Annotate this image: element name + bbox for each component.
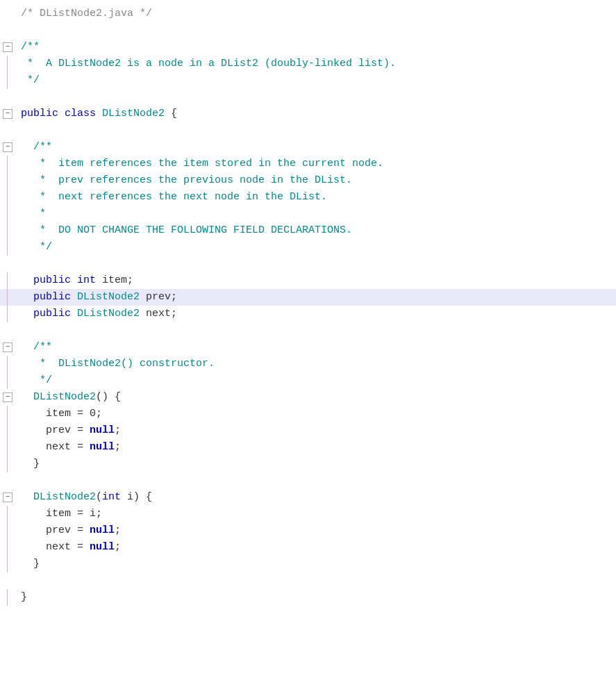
fold-line	[7, 422, 8, 439]
gutter-cell	[0, 539, 15, 556]
line-content	[15, 472, 616, 489]
line-content	[15, 22, 616, 39]
line-content: * prev references the previous node in t…	[15, 172, 616, 189]
gutter-cell: −	[0, 39, 15, 56]
line-content: /**	[15, 339, 616, 356]
fold-line	[7, 372, 8, 389]
code-line: next = null;	[0, 439, 616, 456]
fold-indicator[interactable]: −	[3, 342, 13, 352]
fold-line	[7, 556, 8, 572]
gutter-cell	[0, 56, 15, 72]
code-line	[0, 322, 616, 339]
line-content	[15, 256, 616, 272]
line-content: /**	[15, 139, 616, 156]
code-line: − DListNode2() {	[0, 389, 616, 406]
line-content: * DListNode2() constructor.	[15, 356, 616, 372]
code-line: prev = null;	[0, 522, 616, 539]
line-content: *	[15, 206, 616, 222]
code-line: − /**	[0, 139, 616, 156]
line-content: */	[15, 72, 616, 89]
fold-line	[7, 272, 8, 289]
line-content: next = null;	[15, 539, 616, 556]
gutter-cell	[0, 522, 15, 539]
line-content: * next references the next node in the D…	[15, 189, 616, 206]
fold-indicator[interactable]: −	[3, 493, 13, 502]
gutter-cell	[0, 122, 15, 139]
gutter-cell: −	[0, 489, 15, 506]
gutter-cell	[0, 556, 15, 572]
fold-line	[7, 206, 8, 222]
line-content: DListNode2(int i) {	[15, 489, 616, 506]
code-editor: /* DListNode2.java */ −/** * A DListNode…	[0, 0, 616, 611]
gutter-cell: −	[0, 106, 15, 122]
gutter-cell	[0, 439, 15, 456]
code-line: * DListNode2() constructor.	[0, 356, 616, 372]
line-content	[15, 572, 616, 589]
fold-indicator[interactable]: −	[3, 392, 13, 402]
code-line: * next references the next node in the D…	[0, 189, 616, 206]
code-line: − /**	[0, 339, 616, 356]
gutter-cell	[0, 589, 15, 606]
gutter-cell	[0, 222, 15, 239]
fold-indicator[interactable]: −	[3, 42, 13, 52]
fold-line	[7, 306, 8, 322]
fold-indicator[interactable]: −	[3, 109, 13, 119]
code-line: next = null;	[0, 539, 616, 556]
line-content: public int item;	[15, 272, 616, 289]
gutter-cell	[0, 422, 15, 439]
gutter-cell	[0, 156, 15, 172]
code-line: public int item;	[0, 272, 616, 289]
code-line: }	[0, 556, 616, 572]
line-content: DListNode2() {	[15, 389, 616, 406]
line-content: * item references the item stored in the…	[15, 156, 616, 172]
gutter-cell	[0, 272, 15, 289]
line-content: next = null;	[15, 439, 616, 456]
line-content: /**	[15, 39, 616, 56]
code-line	[0, 89, 616, 106]
line-content: * A DListNode2 is a node in a DList2 (do…	[15, 56, 616, 72]
code-line: item = i;	[0, 506, 616, 522]
fold-indicator[interactable]: −	[3, 142, 13, 152]
code-line: prev = null;	[0, 422, 616, 439]
line-content: prev = null;	[15, 422, 616, 439]
gutter-cell	[0, 406, 15, 422]
code-line: }	[0, 456, 616, 472]
fold-line	[7, 439, 8, 456]
code-line: * item references the item stored in the…	[0, 156, 616, 172]
code-line: */	[0, 372, 616, 389]
code-line: }	[0, 589, 616, 606]
line-content: /* DListNode2.java */	[15, 6, 616, 22]
code-line: −/**	[0, 39, 616, 56]
line-content	[15, 322, 616, 339]
code-line: −public class DListNode2 {	[0, 106, 616, 122]
code-line	[0, 472, 616, 489]
gutter-cell	[0, 456, 15, 472]
gutter-cell	[0, 289, 15, 306]
line-content: public class DListNode2 {	[15, 106, 616, 122]
line-content: }	[15, 556, 616, 572]
line-content: item = 0;	[15, 406, 616, 422]
line-content	[15, 122, 616, 139]
gutter-cell	[0, 189, 15, 206]
code-line	[0, 572, 616, 589]
fold-line	[7, 156, 8, 172]
gutter-cell: −	[0, 339, 15, 356]
code-line: */	[0, 72, 616, 89]
fold-line	[7, 239, 8, 256]
fold-line	[7, 56, 8, 72]
fold-line	[7, 356, 8, 372]
line-content: */	[15, 372, 616, 389]
gutter-cell	[0, 506, 15, 522]
fold-line	[7, 172, 8, 189]
gutter-cell	[0, 372, 15, 389]
code-line: */	[0, 239, 616, 256]
gutter-cell	[0, 472, 15, 489]
line-content: prev = null;	[15, 522, 616, 539]
code-line	[0, 22, 616, 39]
code-line: * A DListNode2 is a node in a DList2 (do…	[0, 56, 616, 72]
fold-line	[7, 289, 8, 306]
code-line: *	[0, 206, 616, 222]
line-content	[15, 89, 616, 106]
gutter-cell	[0, 356, 15, 372]
gutter-cell	[0, 172, 15, 189]
